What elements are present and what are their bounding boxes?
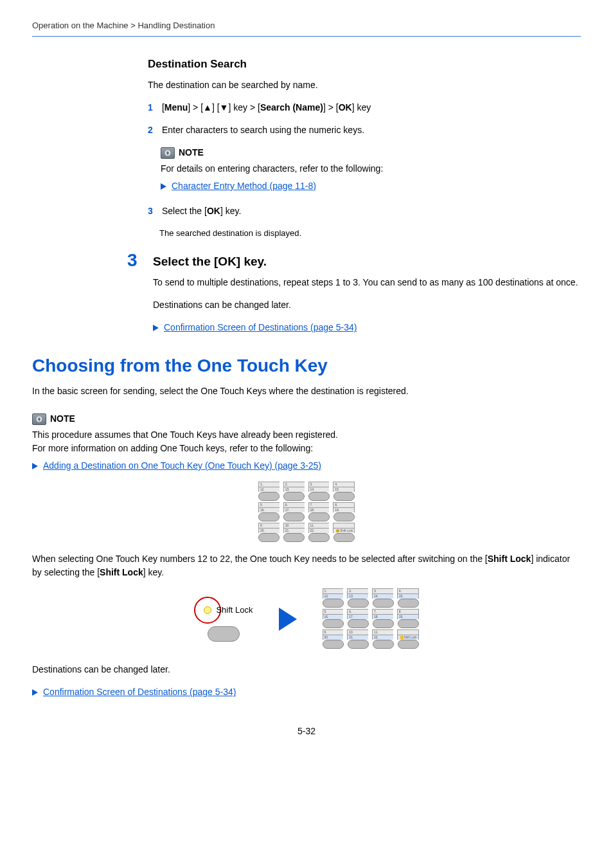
kp-button bbox=[308, 512, 330, 521]
text: ] > [ bbox=[323, 102, 339, 113]
kp-label: 9. bbox=[323, 629, 344, 635]
kp-label: 7. bbox=[372, 609, 393, 614]
note-box: NOTE For details on entering characters,… bbox=[161, 146, 529, 193]
destination-search-heading: Destination Search bbox=[148, 56, 568, 73]
kp-button bbox=[323, 619, 344, 628]
step-text: Enter characters to search using the num… bbox=[162, 125, 364, 135]
kp-label: 14. bbox=[308, 487, 330, 492]
note-line-2: For more information on adding One Touch… bbox=[32, 442, 581, 455]
kp-label: 2. bbox=[283, 482, 305, 487]
kp-label: 11. bbox=[372, 629, 393, 635]
kp-button bbox=[283, 492, 305, 501]
kp-label: 15. bbox=[397, 593, 419, 599]
kp-label: 1. bbox=[258, 482, 280, 487]
kp-label: 3. bbox=[308, 482, 330, 487]
divider bbox=[32, 36, 581, 37]
text: Select the [ bbox=[162, 206, 207, 216]
kp-button bbox=[398, 599, 419, 608]
confirmation-link-2[interactable]: Confirmation Screen of Destinations (pag… bbox=[43, 685, 236, 699]
kp-shift-label: Shift Lock bbox=[397, 635, 419, 640]
ok-label: OK bbox=[207, 206, 220, 216]
kp-button bbox=[333, 492, 355, 501]
arrow-icon bbox=[153, 325, 159, 331]
kp-label: 12. bbox=[323, 593, 344, 599]
kp-label: 18. bbox=[372, 614, 393, 619]
arrow-icon bbox=[161, 183, 166, 190]
kp-button bbox=[373, 599, 394, 608]
kp-label: 4. bbox=[333, 482, 355, 487]
kp-button bbox=[398, 640, 419, 649]
note-icon bbox=[161, 147, 175, 159]
arrow-icon bbox=[32, 689, 38, 696]
kp-button bbox=[258, 512, 280, 521]
kp-label: 12. bbox=[258, 487, 280, 492]
note-title: NOTE bbox=[50, 412, 75, 426]
step-number: 2 bbox=[148, 123, 159, 137]
kp-label bbox=[333, 523, 355, 528]
one-touch-keypad-shifted: 1.2.3.4. 12.13.14.15. 5.6.7.8. 16.17.18.… bbox=[323, 588, 419, 650]
kp-label: 7. bbox=[308, 502, 330, 507]
kp-label: 21. bbox=[347, 635, 368, 640]
kp-label: 19. bbox=[397, 614, 419, 619]
kp-label: 5. bbox=[258, 502, 280, 507]
destination-search-intro: The destination can be searched by name. bbox=[148, 78, 568, 92]
kp-label: 5. bbox=[323, 609, 344, 614]
kp-label: 15. bbox=[333, 487, 355, 492]
kp-label: 21. bbox=[283, 528, 305, 533]
kp-label: 13. bbox=[347, 593, 368, 599]
kp-label: 20. bbox=[258, 528, 280, 533]
kp-label: 16. bbox=[323, 614, 344, 619]
confirmation-link[interactable]: Confirmation Screen of Destinations (pag… bbox=[164, 321, 357, 334]
kp-button bbox=[348, 640, 369, 649]
arrow-icon bbox=[32, 463, 38, 469]
kp-button bbox=[348, 619, 369, 628]
kp-label: 10. bbox=[283, 523, 305, 528]
kp-label: 14. bbox=[372, 593, 393, 599]
dest-changed-later: Destinations can be changed later. bbox=[32, 663, 581, 676]
shift-lock-text: Shift Lock bbox=[216, 604, 253, 617]
section-intro: In the basic screen for sending, select … bbox=[32, 384, 581, 398]
note-title: NOTE bbox=[179, 146, 204, 159]
section-title: Choosing from the One Touch Key bbox=[32, 352, 581, 379]
kp-button bbox=[283, 533, 305, 542]
kp-label: 2. bbox=[347, 588, 368, 593]
kp-label: 8. bbox=[397, 609, 419, 614]
character-entry-link[interactable]: Character Entry Method (page 11-8) bbox=[172, 179, 316, 193]
kp-label: 9. bbox=[258, 523, 280, 528]
kp-shift-label: Shift Lock bbox=[333, 528, 355, 533]
step-1: 1 [Menu] > [▲] [▼] key > [Search (Name)]… bbox=[148, 101, 568, 114]
shift-lock-button-illustration: Shift Lock bbox=[194, 597, 253, 642]
text: ] key. bbox=[220, 206, 241, 216]
kp-button bbox=[348, 599, 369, 608]
shift-lock-illustration-row: Shift Lock 1.2.3.4. 12.13.14.15. 5.6.7.8… bbox=[32, 588, 581, 650]
kp-label: 8. bbox=[333, 502, 355, 507]
kp-button bbox=[258, 492, 280, 501]
step-number: 1 bbox=[148, 101, 159, 114]
kp-button bbox=[333, 533, 355, 542]
led-indicator-icon bbox=[204, 606, 211, 614]
kp-button bbox=[333, 512, 355, 521]
shift-lock-label: Shift Lock bbox=[488, 554, 531, 564]
menu-label: Menu bbox=[164, 102, 188, 113]
kp-button bbox=[323, 599, 344, 608]
kp-label: 10. bbox=[347, 629, 368, 635]
kp-button bbox=[373, 619, 394, 628]
step-3-sub: The searched destination is displayed. bbox=[159, 227, 568, 240]
step-number: 3 bbox=[148, 204, 159, 218]
kp-label: 19. bbox=[333, 507, 355, 512]
kp-label: 17. bbox=[283, 507, 305, 512]
adding-destination-link[interactable]: Adding a Destination on One Touch Key (O… bbox=[43, 459, 321, 473]
ok-label: OK bbox=[339, 102, 352, 113]
arrow-right-icon bbox=[279, 608, 297, 631]
kp-button bbox=[323, 640, 344, 649]
shift-lock-label: Shift Lock bbox=[100, 567, 143, 577]
kp-button bbox=[373, 640, 394, 649]
text: ] key bbox=[352, 102, 371, 113]
note-body: For details on entering characters, refe… bbox=[161, 162, 529, 176]
step-2: 2 Enter characters to search using the n… bbox=[148, 123, 568, 137]
kp-button bbox=[308, 492, 330, 501]
text: ] key. bbox=[143, 567, 164, 577]
big-step-number: 3 bbox=[127, 251, 141, 341]
kp-label: 20. bbox=[323, 635, 344, 640]
kp-button bbox=[258, 533, 280, 542]
